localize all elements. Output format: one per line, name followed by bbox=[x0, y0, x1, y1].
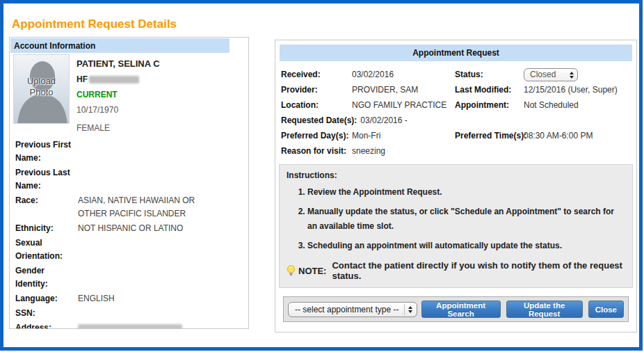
redacted-patient-id bbox=[89, 76, 139, 83]
field-label: Ethnicity: bbox=[15, 222, 78, 235]
patient-id-prefix: HF bbox=[77, 74, 88, 84]
preferred-days-value: Mon-Fri bbox=[352, 128, 455, 143]
location-label: Location: bbox=[281, 97, 352, 113]
preferred-times-value: 08:30 AM-6:00 PM bbox=[524, 128, 631, 143]
reason-label: Reason for visit: bbox=[281, 143, 352, 159]
note-label: NOTE: bbox=[298, 266, 326, 276]
account-fields: Previous First Name: Previous Last Name:… bbox=[10, 133, 248, 329]
appointment-value: Not Scheduled bbox=[524, 97, 631, 113]
field-value bbox=[78, 237, 207, 263]
appointment-search-button[interactable]: Appointment Search bbox=[421, 301, 501, 318]
field-value bbox=[78, 307, 207, 320]
field-row-ethnicity: Ethnicity: NOT HISPANIC OR LATINO bbox=[15, 222, 245, 235]
requested-dates-label: Requested Date(s): bbox=[281, 113, 357, 128]
upload-photo-button[interactable]: Upload Photo bbox=[13, 54, 70, 124]
instructions-box: Instructions: Review the Appointment Req… bbox=[279, 164, 633, 288]
close-button[interactable]: Close bbox=[588, 301, 624, 318]
status-select-value: Closed bbox=[530, 69, 556, 81]
status-select[interactable]: Closed bbox=[524, 68, 578, 81]
appointment-request-details-page: Appointment Request Details Account Info… bbox=[0, 0, 643, 351]
appointment-request-panel: Appointment Request Received: 03/02/2016… bbox=[275, 40, 637, 333]
field-label: Address: bbox=[15, 321, 78, 329]
field-row-language: Language: ENGLISH bbox=[15, 292, 245, 305]
field-label: Previous First Name: bbox=[15, 138, 78, 165]
select-arrows-icon bbox=[570, 72, 574, 79]
last-modified-label: Last Modified: bbox=[455, 82, 524, 97]
appointment-label: Appointment: bbox=[455, 97, 524, 113]
field-row-ssn: SSN: bbox=[15, 307, 245, 320]
field-row-gender-identity: Gender Identity: bbox=[15, 264, 245, 291]
status-label: Status: bbox=[455, 67, 524, 82]
requested-dates-value: 03/02/2016 - bbox=[360, 113, 407, 128]
patient-name: PATIENT, SELINA C bbox=[77, 58, 160, 69]
received-value: 03/02/2016 bbox=[352, 67, 455, 82]
patient-sex: FEMALE bbox=[77, 123, 160, 133]
appointment-type-select-value: -- select appointment type -- bbox=[295, 305, 399, 314]
appointment-request-fields: Received: 03/02/2016 Status: Closed Prov… bbox=[279, 67, 633, 159]
instruction-step: Review the Appointment Request. bbox=[307, 185, 620, 200]
provider-value: PROVIDER, SAM bbox=[352, 82, 455, 97]
field-label: Language: bbox=[15, 292, 78, 305]
field-value: NOT HISPANIC OR LATINO bbox=[78, 222, 207, 235]
reason-value: sneezing bbox=[352, 143, 631, 159]
page-title: Appointment Request Details bbox=[12, 17, 177, 31]
note-row: NOTE: Contact the patient directly if yo… bbox=[287, 260, 625, 281]
field-row-race: Race: ASIAN, NATIVE HAWAIIAN OR OTHER PA… bbox=[15, 194, 245, 221]
patient-profile: Upload Photo PATIENT, SELINA C HF CURREN… bbox=[10, 53, 248, 133]
appointment-type-select[interactable]: -- select appointment type -- bbox=[288, 302, 417, 317]
field-label: Gender Identity: bbox=[15, 264, 78, 291]
provider-label: Provider: bbox=[281, 82, 352, 97]
note-text: Contact the patient directly if you wish… bbox=[332, 260, 625, 281]
field-value bbox=[78, 138, 207, 165]
field-label: SSN: bbox=[15, 307, 78, 320]
lightbulb-icon bbox=[287, 265, 296, 277]
select-arrows-icon bbox=[404, 304, 412, 315]
field-row-previous-last-name: Previous Last Name: bbox=[15, 166, 245, 193]
last-modified-value: 12/15/2016 (User, Super) bbox=[524, 82, 631, 97]
action-toolbar: -- select appointment type -- Appointmen… bbox=[283, 296, 629, 322]
field-label: Race: bbox=[15, 194, 78, 221]
field-label: Previous Last Name: bbox=[15, 166, 78, 193]
field-value: ENGLISH bbox=[78, 292, 207, 305]
field-row-sexual-orientation: Sexual Orientation: bbox=[15, 237, 245, 263]
account-information-panel: Account Information Upload Photo PATIENT… bbox=[9, 37, 249, 329]
field-row-address: Address: bbox=[15, 321, 245, 329]
patient-dob: 10/17/1970 bbox=[77, 105, 160, 115]
patient-status-badge: CURRENT bbox=[77, 90, 160, 99]
patient-id: HF bbox=[77, 74, 160, 84]
instructions-heading: Instructions: bbox=[287, 170, 625, 180]
upload-photo-label: Upload Photo bbox=[20, 76, 63, 98]
preferred-days-label: Preferred Day(s): bbox=[281, 128, 352, 143]
appointment-request-header: Appointment Request bbox=[280, 45, 632, 61]
instruction-step: Manually update the status, or click "Sc… bbox=[307, 205, 620, 234]
preferred-times-label: Preferred Time(s): bbox=[455, 128, 524, 143]
instruction-step: Scheduling an appointment will automatic… bbox=[307, 239, 620, 253]
location-value: NGO FAMILY PRACTICE bbox=[352, 97, 455, 113]
instructions-list: Review the Appointment Request. Manually… bbox=[287, 185, 620, 253]
field-value bbox=[78, 264, 207, 291]
account-information-header: Account Information bbox=[10, 38, 230, 53]
patient-summary: PATIENT, SELINA C HF CURRENT 10/17/1970 … bbox=[70, 54, 160, 133]
field-value bbox=[78, 166, 207, 193]
requested-dates-row: Requested Date(s): 03/02/2016 - bbox=[281, 113, 631, 128]
field-row-previous-first-name: Previous First Name: bbox=[15, 138, 245, 165]
redacted-address-line-1 bbox=[78, 324, 182, 329]
received-label: Received: bbox=[281, 67, 352, 82]
field-label: Sexual Orientation: bbox=[15, 237, 78, 263]
field-value-redacted bbox=[78, 321, 207, 329]
field-value: ASIAN, NATIVE HAWAIIAN OR OTHER PACIFIC … bbox=[78, 194, 207, 221]
update-the-request-button[interactable]: Update the Request bbox=[506, 301, 583, 318]
status-cell: Closed bbox=[524, 67, 631, 82]
